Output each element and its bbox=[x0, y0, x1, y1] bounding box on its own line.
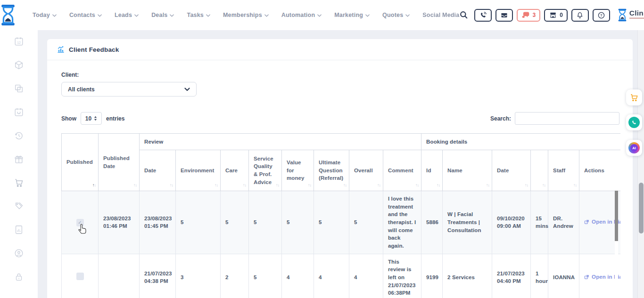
sort-icon: ↑↓ bbox=[415, 182, 419, 188]
sidebar-item-tags[interactable] bbox=[14, 201, 24, 211]
chevron-down-icon bbox=[264, 14, 269, 17]
published-checkbox[interactable] bbox=[76, 273, 84, 280]
sidebar-item-history[interactable] bbox=[14, 130, 24, 141]
table-scrollbar-thumb[interactable] bbox=[615, 191, 618, 241]
table-row: 21/07/2023 04:38 PM 3 2 5 4 4 4 This rev… bbox=[62, 254, 621, 298]
sidebar-item-lock[interactable] bbox=[14, 272, 24, 282]
nav-automation[interactable]: Automation bbox=[281, 12, 322, 18]
sort-icon: ↑↓ bbox=[133, 182, 137, 188]
store-count-badge: 0 bbox=[560, 12, 563, 18]
card-body: Client: All clients Show 10 entries Sear… bbox=[47, 60, 633, 298]
col-header-staff[interactable]: Staff↑↓ bbox=[548, 150, 579, 191]
left-sidebar: 12 bbox=[0, 30, 38, 298]
sidebar-item-package[interactable] bbox=[14, 60, 24, 70]
booking-id-cell: 9199 bbox=[421, 254, 443, 298]
col-header-ultimate-question[interactable]: Ultimate Question (Referral)↑↓ bbox=[314, 150, 349, 191]
page-scrollbar-thumb[interactable] bbox=[639, 183, 644, 234]
inbox-button[interactable] bbox=[495, 9, 513, 22]
store-button[interactable]: 0 bbox=[544, 9, 568, 22]
col-header-booking-date[interactable]: Date↑↓ bbox=[492, 150, 531, 191]
booking-name-cell: W | Facial Treatments | Consultation bbox=[443, 191, 492, 254]
floating-phone-button[interactable] bbox=[626, 114, 642, 130]
col-header-care[interactable]: Care↑↓ bbox=[221, 150, 249, 191]
external-link-icon bbox=[584, 274, 589, 280]
sidebar-item-user-circle[interactable] bbox=[14, 248, 24, 258]
nav-deals[interactable]: Deals bbox=[151, 12, 174, 18]
comment-cell: I love this treatment and the therapist.… bbox=[383, 191, 421, 254]
nav-contacts[interactable]: Contacts bbox=[69, 12, 102, 18]
client-filter-label: Client: bbox=[61, 72, 619, 78]
col-header-service-quality[interactable]: Service Quality & Prof. Advice↑↓ bbox=[249, 150, 282, 191]
sidebar-item-gift[interactable] bbox=[14, 154, 24, 164]
nav-today[interactable]: Today bbox=[33, 12, 57, 18]
care-cell: 2 bbox=[221, 254, 249, 298]
header-actions: 3 0 ? ClinicSoftware .com TEN STEPS AHEA… bbox=[459, 7, 644, 24]
col-header-duration[interactable]: ↑↓ bbox=[531, 150, 548, 191]
nav-memberships[interactable]: Memberships bbox=[223, 12, 269, 18]
col-header-actions: Actions bbox=[579, 150, 620, 191]
sidebar-item-cart[interactable] bbox=[14, 177, 24, 188]
card-title-row: Client Feedback bbox=[47, 39, 633, 60]
sidebar-item-calendar-import[interactable] bbox=[14, 107, 24, 117]
client-filter-select[interactable]: All clients bbox=[61, 82, 197, 97]
sidebar-item-report[interactable] bbox=[14, 225, 24, 235]
shopping-cart-icon bbox=[14, 177, 24, 188]
comment-cell: This review is left on 21/07/2023 06:38P… bbox=[383, 254, 421, 298]
page-title: Client Feedback bbox=[69, 46, 119, 53]
nav-quotes[interactable]: Quotes bbox=[382, 12, 410, 18]
col-header-name[interactable]: Name↑↓ bbox=[443, 150, 492, 191]
table-search-input[interactable] bbox=[515, 112, 619, 125]
nav-marketing[interactable]: Marketing bbox=[334, 12, 370, 18]
col-header-comment[interactable]: Comment↑↓ bbox=[383, 150, 421, 191]
value-for-money-cell: 4 bbox=[282, 254, 314, 298]
service-quality-cell: 5 bbox=[249, 191, 282, 254]
nav-tasks[interactable]: Tasks bbox=[187, 12, 210, 18]
floating-ai-button[interactable]: AI bbox=[626, 140, 642, 156]
phone-button[interactable] bbox=[474, 9, 492, 22]
col-header-published[interactable]: Published ↑↓ bbox=[62, 134, 99, 191]
chat-count-badge: 3 bbox=[532, 12, 536, 18]
clinicsoftware-brand[interactable]: ClinicSoftware .com TEN STEPS AHEAD bbox=[618, 8, 644, 22]
value-for-money-cell: 5 bbox=[282, 191, 314, 254]
page-scrollbar-track[interactable] bbox=[637, 30, 644, 298]
app-logo[interactable] bbox=[0, 5, 16, 25]
help-button[interactable]: ? bbox=[593, 9, 610, 22]
hourglass-logo-icon bbox=[618, 8, 627, 22]
nav-leads[interactable]: Leads bbox=[115, 12, 139, 18]
nav-social-media[interactable]: Social Media bbox=[422, 12, 459, 18]
published-date-cell: 23/08/2023 01:46 PM bbox=[99, 191, 140, 254]
col-header-environment[interactable]: Environment↑↓ bbox=[176, 150, 221, 191]
environment-cell: 3 bbox=[176, 254, 221, 298]
sort-icon: ↑↓ bbox=[542, 182, 545, 188]
sidebar-item-calendar[interactable]: 12 bbox=[14, 36, 24, 47]
page-length-select[interactable]: 10 bbox=[81, 112, 102, 125]
main-navigation: Today Contacts Leads Deals Tasks Members… bbox=[33, 12, 459, 18]
svg-text:?: ? bbox=[600, 13, 603, 17]
col-header-review-date[interactable]: Date↑↓ bbox=[140, 150, 176, 191]
up-down-arrows-icon bbox=[94, 116, 97, 121]
chat-button[interactable]: 3 bbox=[517, 9, 540, 22]
cart-icon bbox=[629, 93, 639, 102]
chevron-down-icon bbox=[184, 88, 190, 91]
copy-pages-icon bbox=[14, 83, 24, 94]
chevron-down-icon bbox=[52, 14, 57, 17]
top-header: Today Contacts Leads Deals Tasks Members… bbox=[0, 0, 644, 30]
col-header-id[interactable]: Id↑↓ bbox=[421, 150, 443, 191]
chevron-down-icon bbox=[170, 14, 174, 17]
ai-label: AI bbox=[630, 144, 638, 152]
col-header-value-for-money[interactable]: Value for money↑↓ bbox=[282, 150, 314, 191]
col-header-published-date[interactable]: Published Date ↑↓ bbox=[99, 134, 140, 191]
sidebar-item-pages[interactable] bbox=[14, 83, 24, 94]
published-checkbox[interactable]: ✓ bbox=[76, 219, 84, 226]
calendar-import-icon bbox=[14, 107, 24, 117]
search-button[interactable] bbox=[459, 10, 469, 20]
floating-cart-button[interactable] bbox=[626, 89, 642, 105]
chevron-down-icon bbox=[206, 14, 210, 17]
staff-cell: IOANNA bbox=[548, 254, 579, 298]
notifications-button[interactable] bbox=[571, 9, 589, 22]
review-date-cell: 23/08/2023 01:45 PM bbox=[140, 191, 176, 254]
table-scrollbar-track[interactable] bbox=[615, 191, 618, 298]
ai-icon: AI bbox=[628, 142, 640, 153]
sort-icon: ↑↓ bbox=[486, 182, 489, 188]
col-header-overall[interactable]: Overall↑↓ bbox=[349, 150, 383, 191]
